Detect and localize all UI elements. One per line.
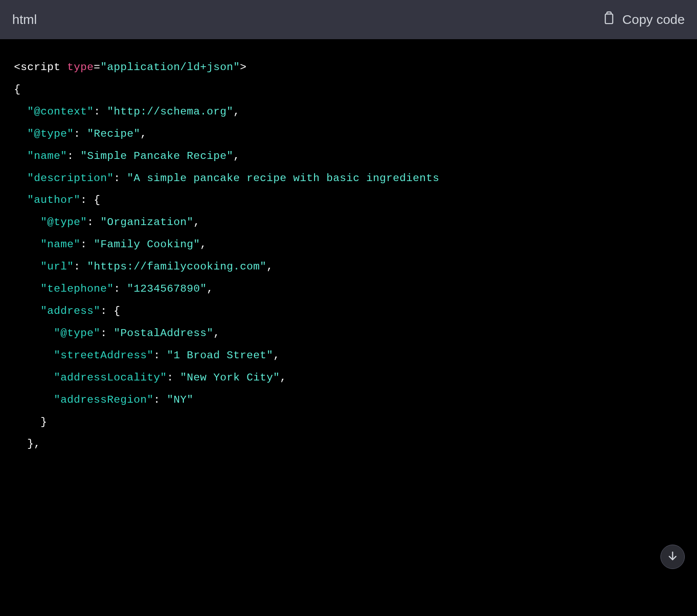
code-block: html Copy code <script type="application…	[0, 0, 697, 616]
code-token: :	[153, 350, 167, 361]
code-token: : {	[100, 305, 120, 317]
code-token: },	[14, 438, 41, 450]
code-token: "@type"	[54, 327, 101, 339]
code-token: :	[114, 283, 127, 295]
arrow-down-icon	[667, 550, 678, 563]
code-token: }	[14, 416, 47, 428]
code-token: "Recipe"	[87, 128, 140, 140]
code-token: =	[94, 61, 100, 73]
copy-code-label: Copy code	[623, 12, 685, 27]
code-token: ,	[140, 128, 147, 140]
code-token: "http://schema.org"	[107, 106, 233, 118]
code-token: "@type"	[41, 216, 87, 228]
code-token: "A simple pancake recipe with basic ingr…	[127, 172, 439, 184]
code-token: "@type"	[27, 128, 74, 140]
code-token: "PostalAddress"	[114, 327, 213, 339]
code-token: : {	[81, 194, 101, 206]
code-token: "Family Cooking"	[94, 239, 200, 250]
code-token: :	[167, 372, 180, 384]
code-token: ,	[213, 327, 220, 339]
code-token: ,	[233, 150, 240, 162]
code-token: :	[87, 216, 101, 228]
code-token: "New York City"	[180, 372, 280, 384]
code-token: "1234567890"	[127, 283, 206, 295]
code-token: :	[74, 128, 87, 140]
code-token: "telephone"	[41, 283, 114, 295]
code-token: "addressRegion"	[54, 394, 154, 406]
code-token: "NY"	[167, 394, 193, 406]
code-token: ,	[267, 261, 273, 273]
code-token: ,	[200, 239, 206, 250]
code-token: >	[240, 61, 247, 73]
code-token: ,	[193, 216, 200, 228]
code-token: :	[114, 172, 127, 184]
code-header: html Copy code	[0, 0, 697, 39]
code-token: ,	[207, 283, 213, 295]
code-token: "author"	[27, 194, 81, 206]
code-token: "1 Broad Street"	[167, 350, 273, 361]
code-content[interactable]: <script type="application/ld+json"> { "@…	[0, 39, 697, 473]
code-token: ,	[273, 350, 280, 361]
code-token: "streetAddress"	[54, 350, 154, 361]
code-token: ,	[280, 372, 286, 384]
clipboard-icon	[602, 11, 616, 29]
code-token: :	[74, 261, 87, 273]
code-token: "addressLocality"	[54, 372, 167, 384]
code-token: "address"	[41, 305, 100, 317]
code-token: "https://familycooking.com"	[87, 261, 267, 273]
code-token: type	[61, 61, 94, 73]
code-token: "@context"	[27, 106, 94, 118]
code-token: :	[81, 239, 94, 250]
code-token: ,	[233, 106, 240, 118]
svg-rect-0	[605, 14, 612, 24]
code-token: "Simple Pancake Recipe"	[81, 150, 233, 162]
code-token: "url"	[41, 261, 74, 273]
language-label: html	[12, 12, 37, 27]
code-token: "name"	[27, 150, 68, 162]
code-token: :	[153, 394, 167, 406]
code-token: :	[67, 150, 81, 162]
code-token: <script	[14, 61, 61, 73]
code-token: "application/ld+json"	[100, 61, 240, 73]
code-token: :	[94, 106, 107, 118]
scroll-down-button[interactable]	[660, 545, 685, 569]
code-token: "description"	[27, 172, 114, 184]
code-token: "name"	[41, 239, 81, 250]
code-token: "Organization"	[100, 216, 193, 228]
code-token: :	[100, 327, 114, 339]
code-token: {	[14, 84, 20, 95]
copy-code-button[interactable]: Copy code	[602, 11, 685, 29]
